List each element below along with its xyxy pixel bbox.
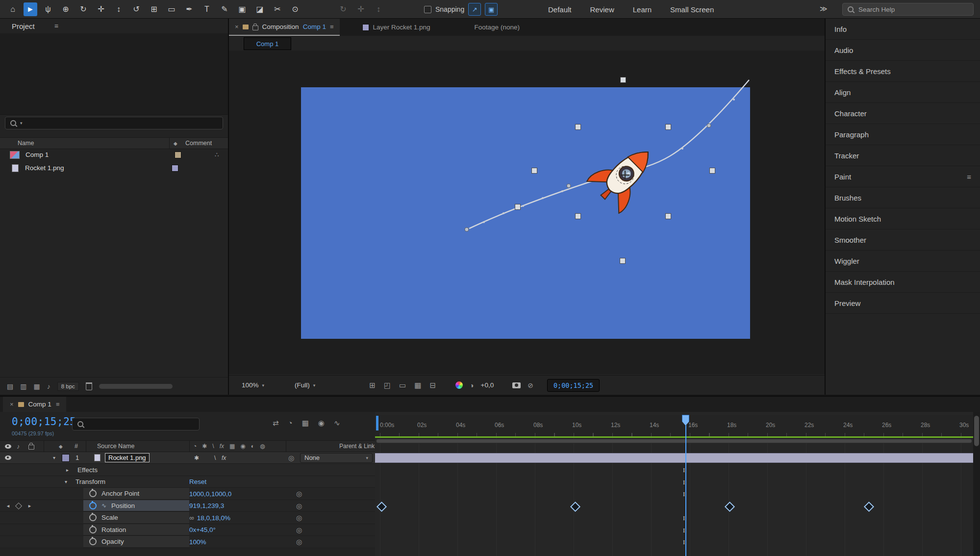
pickwhip-icon[interactable]: ◎ [296,502,302,510]
graph-editor-icon[interactable]: ∿ [334,419,340,428]
layer-twirl-icon[interactable]: ▾ [53,455,55,460]
timeline-search-input[interactable] [87,420,194,429]
mini-flowchart-icon[interactable]: ⇄ [273,419,279,428]
project-panel-menu-icon[interactable]: ≡ [54,22,58,30]
panel-tab[interactable]: Effects & Presets ≡ [826,61,980,82]
label-color-swatch[interactable] [172,165,178,172]
orbit-camera-tool[interactable]: ↻ [76,2,90,16]
workspace-tab[interactable]: Default [548,5,572,14]
panel-tab[interactable]: Mask Interpolation ≡ [826,272,980,293]
chevron-down-icon[interactable]: ▾ [20,121,23,126]
view-layout-icon[interactable]: ⊟ [429,381,436,390]
hand-tool[interactable]: ψ [41,2,55,16]
link-dimensions-icon[interactable]: ∞ [189,514,194,522]
unified-camera-dolly-tool[interactable]: ↕ [372,2,385,16]
new-composition-icon[interactable]: ▦ [33,382,40,390]
exposure-value[interactable]: +0,0 [481,381,494,389]
pan-behind-tool[interactable]: ⊞ [147,2,161,16]
pickwhip-icon[interactable]: ◎ [296,538,302,546]
column-name[interactable]: Name [18,140,34,147]
mask-visibility-icon[interactable]: ◰ [384,381,391,390]
vertical-scrollbar[interactable] [973,412,980,556]
collapse-switch-icon[interactable]: ✱ [194,455,199,461]
workspace-tab[interactable]: Review [590,5,614,14]
velocity-graph-icon[interactable]: ∿ [101,502,106,509]
add-keyframe-icon[interactable] [15,502,22,509]
parent-pickwhip-icon[interactable]: ◎ [288,454,294,462]
stopwatch-icon[interactable] [89,514,97,521]
panel-tab[interactable]: Smoother ≡ [826,229,980,251]
layer-name[interactable]: Rocket 1.png [105,453,150,462]
layer-handle[interactable] [710,168,715,174]
layer-handle[interactable] [666,214,671,219]
twirl-icon[interactable]: ▾ [65,479,67,484]
panel-menu-icon[interactable]: ≡ [330,23,334,30]
panel-tab[interactable]: Tracker ≡ [826,145,980,166]
close-icon[interactable]: × [10,401,14,408]
brush-tool[interactable]: ✎ [218,2,231,16]
prev-keyframe-icon[interactable]: ◄ [6,504,10,508]
current-time-indicator-line[interactable] [685,425,686,556]
property-row-opacity[interactable]: Opacity 100% ◎ [0,536,375,548]
pen-tool[interactable]: ✒ [182,2,196,16]
panel-tab[interactable]: Character ≡ [826,103,980,124]
frame-blending-icon[interactable]: ▦ [302,419,309,428]
reset-exposure-icon[interactable]: ◑ [470,381,474,389]
trash-icon[interactable] [86,382,92,390]
region-of-interest-icon[interactable]: ▭ [399,381,406,390]
property-row-rotation[interactable]: Rotation 0x+45,0° ◎ [0,524,375,536]
snapshot-camera-icon[interactable] [512,382,521,388]
layer-color-swatch[interactable] [62,454,70,462]
scrollbar-thumb[interactable] [974,416,979,446]
horizontal-scrollbar[interactable] [99,384,173,389]
rotation-tool[interactable]: ↺ [129,2,143,16]
quality-switch-icon[interactable]: \ [214,455,216,461]
puppet-pin-tool[interactable]: ⊙ [288,2,302,16]
next-keyframe-icon[interactable]: ► [27,504,32,508]
pan-camera-tool[interactable]: ✛ [94,2,108,16]
help-search[interactable] [842,3,974,16]
home-tool[interactable]: ⌂ [6,2,20,16]
interpret-footage-icon[interactable]: ▤ [7,382,13,390]
panel-tab[interactable]: Preview ≡ [826,293,980,314]
composition-canvas[interactable] [301,87,750,339]
comp-subtab[interactable]: Comp 1 [244,37,291,50]
layer-handle[interactable] [532,168,537,174]
label-color-swatch[interactable] [175,152,181,158]
panel-menu-icon[interactable]: ≡ [967,173,971,181]
stopwatch-icon[interactable] [89,538,97,545]
project-search[interactable]: ▾ [5,117,223,129]
property-row-scale[interactable]: Scale ∞ 18,0,18,0% ◎ [0,512,375,524]
layer-handle[interactable] [576,214,581,219]
panel-tab[interactable]: Motion Sketch ≡ [826,208,980,229]
resolution-dropdown[interactable]: (Full) ▾ [295,381,315,389]
composition-viewer[interactable] [229,51,825,374]
work-area-bar[interactable] [376,439,972,443]
tab-footage[interactable]: Footage (none) [469,19,526,36]
transparency-grid-icon[interactable]: ▦ [414,381,421,390]
tab-composition[interactable]: × Composition Comp 1 ≡ [229,19,340,36]
panel-tab[interactable]: Paragraph ≡ [826,124,980,145]
viewer-timecode[interactable]: 0;00;15;25 [547,379,600,392]
motion-blur-icon[interactable]: ◉ [318,419,325,428]
magnification-dropdown[interactable]: 100% ▾ [242,381,264,389]
timeline-search[interactable] [72,418,200,430]
workspace-tab[interactable]: Learn [633,5,652,14]
layer-visibility-eye-icon[interactable] [5,455,11,460]
pickwhip-icon[interactable]: ◎ [296,526,302,534]
project-search-input[interactable] [26,119,218,127]
tab-layer[interactable]: Layer Rocket 1.png [356,19,436,36]
transform-group-row[interactable]: ▾ Transform Reset [0,476,375,488]
zoom-tool[interactable]: ⊕ [59,2,73,16]
layer-handle[interactable] [621,77,626,83]
reset-link[interactable]: Reset [189,478,206,485]
unified-camera-pan-tool[interactable]: ✛ [354,2,368,16]
new-folder-icon[interactable]: ▥ [20,382,26,390]
twirl-icon[interactable]: ▸ [66,467,69,473]
unified-camera-orbit-tool[interactable]: ↻ [336,2,350,16]
layer-handle[interactable] [666,125,671,130]
layer-handle[interactable] [576,125,581,130]
time-ruler[interactable]: 0:00s 02s 04s 06s 08s 10s 12s 14s [375,415,973,437]
panel-tab[interactable]: Audio ≡ [826,40,980,61]
project-item-footage[interactable]: Rocket 1.png [0,161,228,175]
